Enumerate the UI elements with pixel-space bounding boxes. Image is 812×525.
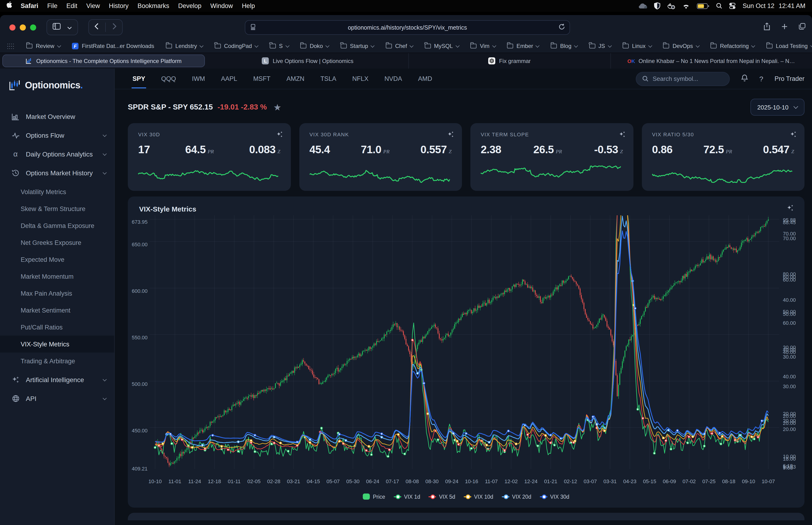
plan-badge[interactable]: Pro Trader <box>775 75 805 82</box>
bookmark-item[interactable]: F CodingPad <box>215 43 258 49</box>
sidebar-subitem[interactable]: VIX-Style Metrics <box>0 335 114 352</box>
legend-item[interactable]: VIX 5d <box>429 494 455 499</box>
bookmark-item[interactable]: F Ember <box>507 43 539 49</box>
legend-item[interactable]: VIX 1d <box>394 494 420 499</box>
bookmark-item[interactable]: F Startup <box>340 43 374 49</box>
bookmark-item[interactable]: F DevOps <box>663 43 699 49</box>
legend-item[interactable]: Price <box>363 494 385 500</box>
sidebar-subitem[interactable]: Market Momentum <box>0 268 114 285</box>
sidebar-subitem[interactable]: Max Pain Analysis <box>0 285 114 302</box>
menu-item[interactable]: History <box>109 2 128 10</box>
zoom-window-button[interactable] <box>30 24 36 30</box>
tab-overview-icon[interactable] <box>799 23 806 31</box>
symbol-tab[interactable]: SPY <box>132 69 146 88</box>
menu-item[interactable]: Develop <box>178 2 201 10</box>
spotlight-icon[interactable] <box>716 3 722 9</box>
optionomics-logo[interactable]: Optionomics. <box>0 75 114 95</box>
back-button[interactable] <box>94 23 99 31</box>
date-select[interactable]: 2025-10-10 <box>750 99 805 116</box>
bookmark-item[interactable]: F Refactoring <box>710 43 755 49</box>
ai-sparkles-icon[interactable] <box>618 131 626 140</box>
sidebar-subitem[interactable]: Net Greeks Exposure <box>0 234 114 251</box>
sidebar-subitem[interactable]: Volatility Metrics <box>0 183 114 200</box>
sidebar-subitem[interactable]: Expected Move <box>0 251 114 268</box>
symbol-tab[interactable]: NVDA <box>383 69 403 88</box>
forward-button[interactable] <box>112 23 117 31</box>
apple-menu-icon[interactable] <box>6 1 13 10</box>
bookmark-item[interactable]: F JS <box>589 43 611 49</box>
bookmark-item[interactable]: F MySQL <box>425 43 459 49</box>
symbol-tab[interactable]: TSLA <box>320 69 337 88</box>
menu-item[interactable]: Edit <box>66 2 78 10</box>
favorite-star-icon[interactable]: ★ <box>274 102 281 112</box>
control-center-icon[interactable] <box>730 3 736 9</box>
symbol-tab[interactable]: AAPL <box>220 69 238 88</box>
ai-sparkles-icon[interactable] <box>447 131 455 140</box>
bookmark-item[interactable]: F FirstRate Dat...er Downloads <box>72 43 154 49</box>
legend-item[interactable]: VIX 20d <box>502 494 531 499</box>
bookmark-item[interactable]: F Linux <box>623 43 651 49</box>
share-icon[interactable] <box>764 22 770 32</box>
shield-icon[interactable] <box>654 2 660 10</box>
symbol-tab[interactable]: NFLX <box>351 69 369 88</box>
sidebar-subitem[interactable]: Skew & Term Structure <box>0 200 114 217</box>
menu-item[interactable]: Help <box>242 2 255 10</box>
sidebar-chevron-icon[interactable] <box>67 23 72 31</box>
menu-item[interactable]: Bookmarks <box>137 2 169 10</box>
battery-icon[interactable] <box>697 3 709 9</box>
symbol-tab[interactable]: MSFT <box>252 69 272 88</box>
sidebar-item-daily-options-analytics[interactable]: α Daily Options Analytics <box>0 145 114 164</box>
bookmark-item[interactable]: F Lendstry <box>166 43 203 49</box>
symbol-tab[interactable]: AMD <box>417 69 433 88</box>
close-window-button[interactable] <box>10 24 16 30</box>
sidebar-item-market-overview[interactable]: Market Overview <box>0 107 114 126</box>
reload-icon[interactable] <box>559 24 565 31</box>
page-settings-icon[interactable] <box>250 24 256 31</box>
bookmark-item[interactable]: F Doko <box>300 43 329 49</box>
menu-item[interactable]: View <box>86 2 100 10</box>
search-input[interactable]: Search symbol... <box>636 72 730 86</box>
sidebar-item-api[interactable]: API <box>0 389 114 408</box>
bookmark-item[interactable]: F Blog <box>551 43 577 49</box>
sidebar-item-options-flow[interactable]: Options Flow <box>0 126 114 145</box>
docker-status-icon[interactable]: ! <box>668 3 675 9</box>
bookmark-item[interactable]: F S <box>270 43 289 49</box>
tab-fix-grammar[interactable]: Fix grammar <box>409 53 611 69</box>
menu-bar-clock[interactable]: Sun Oct 1212:41 AM <box>743 2 806 10</box>
sidebar-subitem[interactable]: Trading & Arbitrage <box>0 352 114 370</box>
sidebar-subitem[interactable]: Put/Call Ratios <box>0 319 114 335</box>
favorites-grid-icon[interactable]: :::::::: <box>7 44 15 48</box>
ai-sparkles-icon[interactable] <box>276 131 283 140</box>
bookmark-item[interactable]: F Vim <box>470 43 495 49</box>
bookmark-item[interactable]: F Review <box>26 43 60 49</box>
symbol-tab[interactable]: AMZN <box>286 69 305 88</box>
sidebar-subitem[interactable]: Delta & Gamma Exposure <box>0 217 114 234</box>
sidebar-item-options-market-history[interactable]: Options Market History <box>0 164 114 182</box>
price-vix-chart[interactable] <box>150 215 779 469</box>
menu-item[interactable]: Window <box>210 2 233 10</box>
minimize-window-button[interactable] <box>20 24 26 30</box>
ai-sparkles-icon[interactable] <box>786 204 794 214</box>
symbol-tab[interactable]: QQQ <box>160 69 177 88</box>
cloud-status-icon[interactable] <box>638 3 647 9</box>
menu-item[interactable]: File <box>47 2 58 10</box>
tab-optionomics[interactable]: Optionomics - The Complete Options Intel… <box>2 55 205 67</box>
active-app-name[interactable]: Safari <box>21 2 38 10</box>
help-icon[interactable]: ? <box>760 75 763 83</box>
new-tab-icon[interactable] <box>781 23 787 31</box>
sidebar-subitem[interactable]: Market Sentiment <box>0 302 114 319</box>
url-field[interactable]: optionomics.ai/history/stocks/SPY/vix_me… <box>245 20 570 35</box>
notifications-bell-icon[interactable] <box>741 74 748 83</box>
symbol-tab[interactable]: IWM <box>191 69 206 88</box>
bookmark-item[interactable]: F Chef <box>386 43 413 49</box>
sidebar-item-artificial-intelligence[interactable]: Artificial Intelligence <box>0 370 114 389</box>
bookmark-item[interactable]: F Load Testing <box>766 43 812 49</box>
legend-item[interactable]: VIX 30d <box>540 494 569 499</box>
legend-item[interactable]: VIX 10d <box>464 494 493 499</box>
sidebar-toggle-icon[interactable] <box>52 23 61 31</box>
ai-sparkles-icon[interactable] <box>790 131 797 140</box>
wifi-icon[interactable] <box>683 3 690 9</box>
bookmark-label: Vim <box>480 43 489 49</box>
tab-live-options-flow[interactable]: L Live Options Flow | Optionomics <box>207 53 409 69</box>
tab-online-khabar[interactable]: OK Online Khabar – No 1 News Portal from… <box>611 53 812 69</box>
